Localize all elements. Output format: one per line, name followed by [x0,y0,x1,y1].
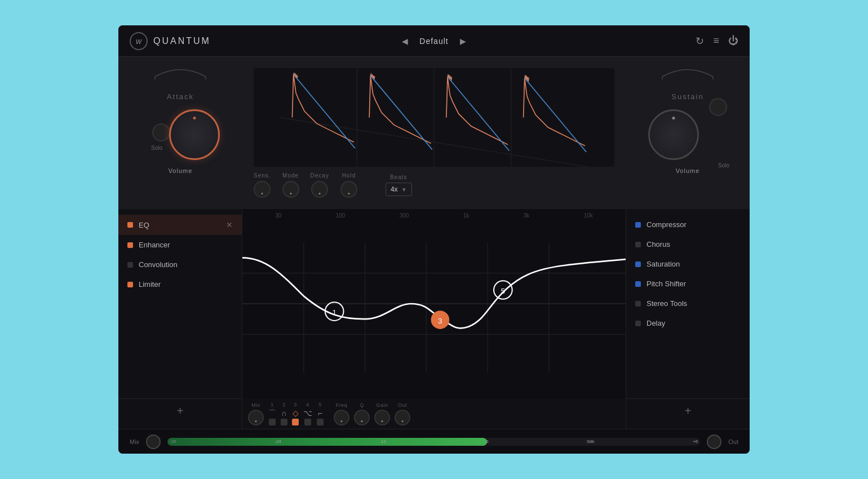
eq-display: 30 100 300 1k 3k 10k [242,209,626,398]
mode-label: Mode [282,172,299,179]
band5-indicator[interactable] [317,419,324,425]
waveform-svg [254,68,614,167]
hold-knob[interactable] [340,181,357,198]
band4-control: 4 ⌥ [303,402,312,425]
sens-knob[interactable] [254,181,271,198]
right-add-effect-button[interactable]: + [626,398,750,423]
refresh-icon[interactable]: ↻ [696,35,704,47]
decay-knob[interactable] [311,181,328,198]
logo-area: w QUANTUM [130,32,254,50]
sustain-solo-label: Solo [718,162,729,168]
out-control: Out [395,402,410,425]
band3-indicator[interactable] [292,419,299,425]
pitch-shifter-label: Pitch Shifter [646,280,686,288]
effect-item-delay[interactable]: Delay [626,313,750,333]
meter-out-knob[interactable] [707,434,721,449]
mix-knob[interactable] [248,410,264,425]
convolution-label: Convolution [139,260,178,269]
attack-label: Attack [167,92,194,101]
header-controls: ↻ ≡ ⏻ [614,35,738,47]
effect-item-enhancer[interactable]: Enhancer [118,235,242,255]
preset-prev-button[interactable]: ◀ [402,37,408,46]
svg-line-8 [448,77,509,150]
meter-out-label: Out [728,438,738,445]
mode-knob[interactable] [282,181,299,198]
sustain-volume-knob[interactable] [648,109,699,160]
header: w QUANTUM ◀ Default ▶ ↻ ≡ ⏻ [118,25,750,57]
delay-indicator [635,321,641,326]
right-sidebar: Compressor Chorus Saturation Pitch Shift… [626,209,750,429]
svg-line-9 [525,78,586,152]
band2-control: 2 ∩ [281,402,287,425]
gain-knob[interactable] [374,410,390,425]
meter-markers: -36 -24 -12 -6 0db +6 [167,438,700,446]
svg-line-7 [370,76,432,149]
gain-label: Gain [376,402,388,408]
eq-controls-row: Mix 1 ⌒ 2 ∩ 3 ◇ [242,398,626,429]
meter-mix-knob[interactable] [146,434,161,449]
power-icon[interactable]: ⏻ [728,35,738,47]
effect-item-stereo-tools[interactable]: Stereo Tools [626,294,750,313]
marker-0db: 0db [587,439,594,444]
band1-indicator[interactable] [269,419,276,425]
sens-control: Sens. [254,172,271,198]
band1-control: 1 ⌒ [268,402,276,425]
preset-next-button[interactable]: ▶ [460,37,466,46]
effect-item-pitch-shifter[interactable]: Pitch Shifter [626,274,750,294]
effect-item-eq[interactable]: EQ ✕ [118,215,242,235]
beats-dropdown[interactable]: 4x ▼ [386,183,412,196]
q-knob[interactable] [354,410,370,425]
freq-control: Freq [334,402,349,425]
eq-close-icon[interactable]: ✕ [226,220,233,229]
attack-solo-label: Solo [151,145,162,151]
band2-label: 2 [282,402,286,407]
marker-plus6: +6 [693,439,698,444]
band5-filter-icon: ⌐ [318,409,322,417]
svg-text:5: 5 [501,287,506,295]
marker-12: -12 [379,439,386,444]
effect-item-compressor[interactable]: Compressor [626,215,750,234]
band1-filter-icon: ⌒ [268,409,276,417]
sustain-knob-dot [672,117,675,119]
decay-label: Decay [311,172,329,179]
band5-control: 5 ⌐ [317,402,324,425]
waveform-panel: Sens. Mode Decay [242,57,626,209]
effect-item-chorus[interactable]: Chorus [626,234,750,254]
convolution-indicator [127,262,133,268]
compressor-indicator [635,222,641,228]
sustain-solo-knob[interactable] [709,98,727,116]
freq-knob[interactable] [334,410,349,425]
band2-indicator[interactable] [281,419,287,425]
delay-label: Delay [646,319,665,327]
sustain-volume-label: Volume [676,167,700,174]
band4-label: 4 [306,402,309,407]
enhancer-label: Enhancer [139,241,170,249]
effect-item-convolution[interactable]: Convolution [118,255,242,274]
band5-label: 5 [318,402,322,407]
sustain-label: Sustain [671,92,703,101]
attack-volume-knob[interactable] [169,109,220,160]
decay-control: Decay [311,172,329,198]
out-knob[interactable] [395,410,410,425]
preset-name: Default [419,37,448,46]
band3-control: 3 ◇ [292,402,299,425]
attack-panel: Attack Solo Volume [118,57,242,209]
effect-item-saturation[interactable]: Saturation [626,254,750,274]
brand-name: QUANTUM [153,36,211,46]
chorus-label: Chorus [646,240,670,249]
attack-solo-knob[interactable] [152,123,170,141]
beats-label: Beats [390,174,408,180]
svg-text:3: 3 [438,317,442,325]
mode-control: Mode [282,172,299,198]
q-control: Q [354,402,370,425]
beats-control: Beats 4x ▼ [386,174,412,196]
hold-label: Hold [342,172,356,179]
menu-icon[interactable]: ≡ [713,35,719,47]
add-effect-button[interactable]: + [118,398,242,423]
enhancer-indicator [127,242,133,248]
beats-dropdown-arrow: ▼ [401,187,407,193]
band4-indicator[interactable] [304,419,311,425]
eq-label: EQ [139,221,149,229]
effect-item-limiter[interactable]: Limiter [118,274,242,294]
marker-6: -6 [484,439,488,444]
